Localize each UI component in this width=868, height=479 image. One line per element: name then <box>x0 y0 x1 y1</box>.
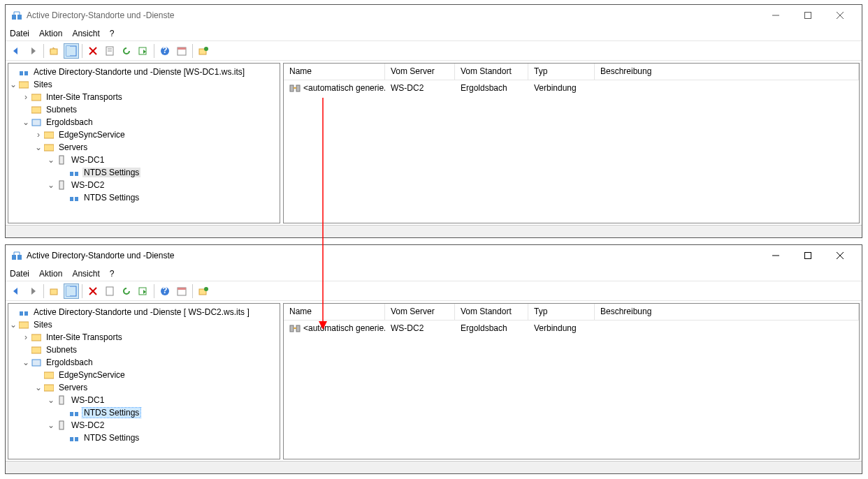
expand-icon[interactable]: ⌄ <box>46 155 56 165</box>
column-beschreibung[interactable]: Beschreibung <box>595 64 859 80</box>
show-tree-button[interactable] <box>64 283 79 299</box>
tree-ntds-dc2[interactable]: NTDS Settings <box>8 432 280 444</box>
expand-icon[interactable]: ⌄ <box>46 420 56 430</box>
tree-sites[interactable]: ⌄Sites <box>8 78 280 91</box>
maximize-button[interactable] <box>792 5 824 26</box>
expand-icon[interactable]: ⌄ <box>34 383 43 392</box>
help-button[interactable]: ? <box>157 283 173 299</box>
titlebar[interactable]: Active Directory-Standorte und -Dienste <box>6 5 862 26</box>
close-button[interactable] <box>824 5 856 26</box>
tree-server-dc2[interactable]: ⌄WS-DC2 <box>8 419 280 432</box>
back-button[interactable] <box>8 283 24 299</box>
properties-button[interactable] <box>102 283 117 299</box>
refresh-button[interactable] <box>119 283 134 299</box>
column-typ[interactable]: Typ <box>528 64 595 80</box>
expand-icon[interactable]: ⌄ <box>34 142 43 152</box>
menu-help[interactable]: ? <box>110 29 115 38</box>
tree-subnets[interactable]: Subnets <box>8 103 280 116</box>
show-tree-button[interactable] <box>64 43 79 59</box>
menu-help[interactable]: ? <box>110 269 115 279</box>
column-headers: Name Vom Server Vom Standort Typ Beschre… <box>284 64 859 80</box>
delete-button[interactable] <box>85 43 101 59</box>
column-server[interactable]: Vom Server <box>385 304 455 320</box>
column-typ[interactable]: Typ <box>528 304 595 320</box>
tree-servers[interactable]: ⌄Servers <box>8 381 280 394</box>
tree-intersite[interactable]: ›Inter-Site Transports <box>8 91 280 103</box>
tree-ntds-dc1[interactable]: NTDS Settings <box>8 166 280 179</box>
menu-ansicht[interactable]: Ansicht <box>72 269 99 279</box>
up-button[interactable] <box>47 43 62 59</box>
svg-rect-66 <box>59 396 64 404</box>
titlebar[interactable]: Active Directory-Standorte und -Dienste <box>6 245 862 266</box>
tree-root[interactable]: Active Directory-Standorte und -Dienste … <box>8 306 280 318</box>
minimize-button[interactable] <box>760 245 792 266</box>
column-standort[interactable]: Vom Standort <box>455 64 528 80</box>
list-pane[interactable]: Name Vom Server Vom Standort Typ Beschre… <box>283 303 860 459</box>
menu-ansicht[interactable]: Ansicht <box>72 29 99 38</box>
column-name[interactable]: Name <box>284 304 385 320</box>
svg-text:?: ? <box>162 286 167 295</box>
tree-root[interactable]: Active Directory-Standorte und -Dienste … <box>8 66 280 78</box>
site-icon <box>31 358 42 367</box>
menu-aktion[interactable]: Aktion <box>39 29 62 38</box>
expand-icon[interactable]: ⌄ <box>21 117 31 127</box>
column-server[interactable]: Vom Server <box>385 64 455 80</box>
column-beschreibung[interactable]: Beschreibung <box>595 304 859 320</box>
tree-ntds-dc2[interactable]: NTDS Settings <box>8 191 280 204</box>
tree-pane[interactable]: Active Directory-Standorte und -Dienste … <box>8 303 280 459</box>
back-button[interactable] <box>8 43 24 59</box>
schedule-button[interactable] <box>174 43 189 59</box>
svg-rect-60 <box>19 322 29 328</box>
expand-icon[interactable]: › <box>34 130 43 140</box>
list-row[interactable]: <automatisch generie... WS-DC2 Ergoldsba… <box>284 320 859 336</box>
menu-datei[interactable]: Datei <box>10 269 29 279</box>
tree-pane[interactable]: Active Directory-Standorte und -Dienste … <box>8 63 280 223</box>
refresh-button[interactable] <box>119 43 134 59</box>
list-row[interactable]: <automatisch generie... WS-DC2 Ergoldsba… <box>284 80 859 96</box>
svg-text:?: ? <box>162 45 167 55</box>
forward-button[interactable] <box>25 283 41 299</box>
tree-ntds-dc1[interactable]: NTDS Settings <box>8 406 280 419</box>
properties-button[interactable] <box>102 43 117 59</box>
expand-icon[interactable]: › <box>21 332 31 342</box>
expand-icon[interactable]: ⌄ <box>46 180 56 190</box>
tree-site-ergoldsbach[interactable]: ⌄Ergoldsbach <box>8 356 280 369</box>
tree-server-dc1[interactable]: ⌄WS-DC1 <box>8 154 280 166</box>
expand-icon[interactable]: › <box>21 92 31 102</box>
tree-intersite[interactable]: ›Inter-Site Transports <box>8 331 280 344</box>
column-standort[interactable]: Vom Standort <box>455 304 528 320</box>
tree-subnets[interactable]: Subnets <box>8 344 280 356</box>
svg-rect-62 <box>31 347 41 353</box>
maximize-button[interactable] <box>792 245 824 266</box>
delete-button[interactable] <box>85 283 101 299</box>
tree-edgesync[interactable]: ›EdgeSyncService <box>8 128 280 141</box>
export-button[interactable] <box>136 43 151 59</box>
menu-aktion[interactable]: Aktion <box>39 269 62 279</box>
tree-server-dc1[interactable]: ⌄WS-DC1 <box>8 394 280 406</box>
tree-site-ergoldsbach[interactable]: ⌄Ergoldsbach <box>8 116 280 128</box>
expand-icon[interactable]: ⌄ <box>8 320 18 330</box>
svg-rect-40 <box>17 255 22 260</box>
minimize-button[interactable] <box>760 5 792 26</box>
menu-datei[interactable]: Datei <box>10 29 29 38</box>
statusbar <box>6 461 862 473</box>
tree-sites[interactable]: ⌄Sites <box>8 318 280 331</box>
replicate-button[interactable] <box>196 283 211 299</box>
schedule-button[interactable] <box>174 283 189 299</box>
expand-icon[interactable]: ⌄ <box>46 395 56 405</box>
help-button[interactable]: ? <box>157 43 173 59</box>
forward-button[interactable] <box>25 43 41 59</box>
replicate-button[interactable] <box>196 43 211 59</box>
close-button[interactable] <box>824 245 856 266</box>
up-button[interactable] <box>47 283 62 299</box>
tree-server-dc2[interactable]: ⌄WS-DC2 <box>8 179 280 191</box>
export-button[interactable] <box>136 283 151 299</box>
svg-rect-68 <box>75 412 78 416</box>
folder-icon <box>31 332 42 342</box>
tree-edgesync[interactable]: EdgeSyncService <box>8 369 280 381</box>
column-name[interactable]: Name <box>284 64 385 80</box>
expand-icon[interactable]: ⌄ <box>21 358 31 367</box>
expand-icon[interactable]: ⌄ <box>8 80 18 89</box>
tree-servers[interactable]: ⌄Servers <box>8 141 280 154</box>
list-pane[interactable]: Name Vom Server Vom Standort Typ Beschre… <box>283 63 860 223</box>
